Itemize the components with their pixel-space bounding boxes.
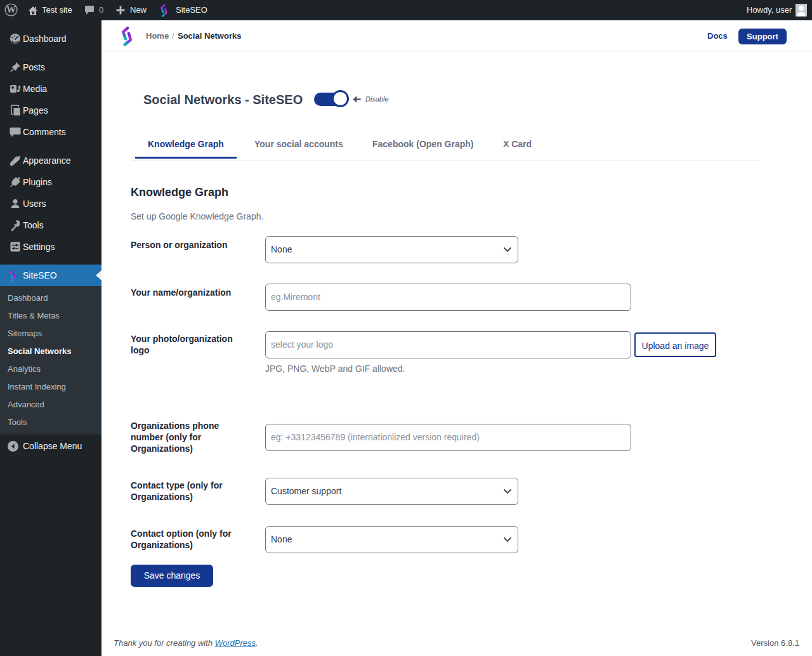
- svg-text:W: W: [6, 4, 16, 15]
